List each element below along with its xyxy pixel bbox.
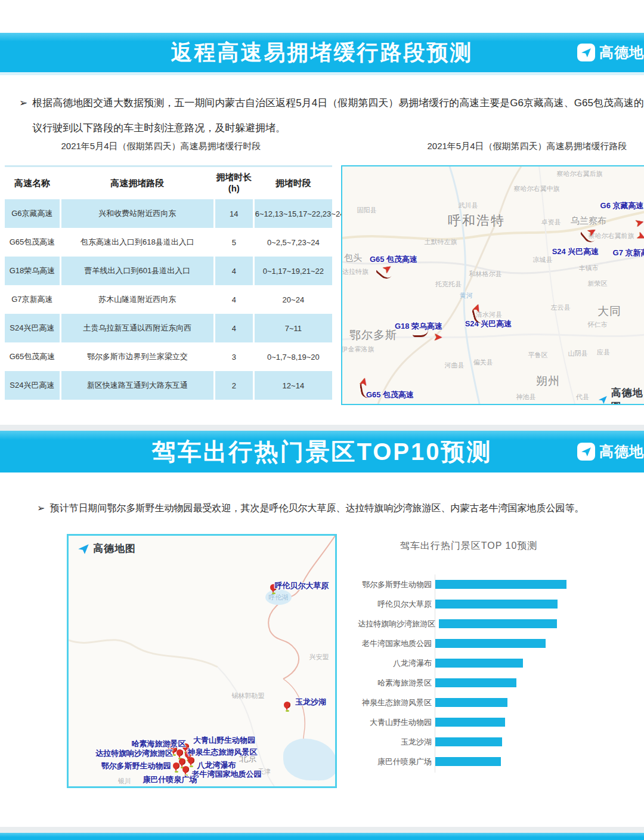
table-cell: 0~1,17~19,21~22 xyxy=(253,257,332,285)
table-cell: 7~11 xyxy=(253,314,332,342)
map-place-label: 乌兰察布 xyxy=(571,215,606,227)
chart-bar-track xyxy=(435,678,638,687)
map-place-label: 伊金霍洛旗 xyxy=(342,345,374,354)
map-place-label: 黄河 xyxy=(460,291,473,300)
highway-name-label: S24 兴巴高速 xyxy=(552,246,599,257)
chart-bar xyxy=(435,678,516,687)
chart-category-label: 大青山野生动物园 xyxy=(358,717,435,728)
top10-bar-chart: 驾车出行热门景区TOP 10预测 鄂尔多斯野生动物园呼伦贝尔大草原达拉特旗响沙湾… xyxy=(358,540,644,552)
map-place-label: 新荣区 xyxy=(588,279,608,288)
amap-logo: 高德地图 xyxy=(577,442,644,461)
map-place-label: 神池县 xyxy=(516,393,536,402)
scenic-spot-label: 大青山野生动物园 xyxy=(193,735,255,746)
chart-row: 神泉生态旅游风景区 xyxy=(358,693,638,712)
chart-bar-track xyxy=(435,580,638,589)
chart-bar xyxy=(435,659,523,668)
section2-divider-strip xyxy=(0,425,644,431)
scenic-spots-map: 高德地图 锡林郭勒盟兴安盟呼伦湖北京天津银川呼伦贝尔大草原玉龙沙湖大青山野生动物… xyxy=(67,534,337,788)
congestion-trail-line xyxy=(413,330,428,337)
table-cell: 2 xyxy=(214,371,253,400)
chart-category-label: 神泉生态旅游风景区 xyxy=(358,697,435,708)
table-row: G6京藏高速兴和收费站附近西向东146~12,13~15,17~22,23~24 xyxy=(5,199,332,228)
map-place-label: 呼伦湖 xyxy=(269,593,289,602)
table-row: G7京新高速苏木山隧道附近西向东420~24 xyxy=(5,285,332,314)
table-cell: 4 xyxy=(214,314,253,342)
highway-map-layers: 察哈尔右翼后旗察哈尔右翼中旗武川县固阳县呼和浩特卓资县乌兰察布察哈尔右翼前旗土默… xyxy=(342,166,644,404)
chart-bar xyxy=(435,757,501,766)
map-caption: 2021年5月4日（假期第四天）高速易拥堵缓行路段 xyxy=(402,141,644,152)
chart-category-label: 老牛湾国家地质公园 xyxy=(358,638,435,649)
table-cell: G65包茂高速 xyxy=(5,342,60,371)
table-cell: 苏木山隧道附近西向东 xyxy=(60,285,214,314)
map-place-label: 呼和浩特 xyxy=(448,212,505,230)
chart-row: 玉龙沙湖 xyxy=(358,732,638,752)
table-cell: 14 xyxy=(214,199,253,228)
chart-row: 大青山野生动物园 xyxy=(358,712,638,732)
chart-category-label: 达拉特旗响沙湾旅游区 xyxy=(358,619,439,629)
table-header-cell: 高速拥堵路段 xyxy=(60,167,214,199)
scenic-map-layers: 锡林郭勒盟兴安盟呼伦湖北京天津银川呼伦贝尔大草原玉龙沙湖大青山野生动物园哈素海旅… xyxy=(69,536,335,786)
scenic-spot-label: 老牛湾国家地质公园 xyxy=(192,769,262,780)
table-cell: 包东高速出入口到618县道出入口 xyxy=(60,228,214,257)
map-pin-icon xyxy=(173,762,179,769)
scenic-spot-label: 鄂尔多斯野生动物园 xyxy=(101,761,171,771)
map-place-label: 察哈尔右翼中旗 xyxy=(514,184,560,193)
chart-category-label: 哈素海旅游景区 xyxy=(358,678,435,688)
chart-bar-track xyxy=(435,600,638,609)
highway-name-label: G65 包茂高速 xyxy=(366,390,414,400)
chart-row: 哈素海旅游景区 xyxy=(358,673,638,693)
table-row: G65包茂高速鄂尔多斯市边界到兰家梁立交30~1,7~8,19~20 xyxy=(5,342,332,371)
table-cell: 12~14 xyxy=(253,371,332,400)
map-place-label: 察哈尔右翼后旗 xyxy=(557,169,603,178)
bullet-icon: ➢ xyxy=(19,91,27,140)
congestion-table-head: 高速名称高速拥堵路段拥堵时长 (h)拥堵时段 xyxy=(5,167,332,199)
section2-title: 驾车出行热门景区TOP10预测 xyxy=(152,436,493,468)
chart-bar-track xyxy=(435,639,638,648)
chart-bar xyxy=(435,698,507,707)
table-cell: S24兴巴高速 xyxy=(5,371,60,400)
map-place-label: 托克托县 xyxy=(435,280,462,289)
table-row: S24兴巴高速土贵乌拉新互通以西附近东向西47~11 xyxy=(5,314,332,342)
chart-bar-track xyxy=(439,619,638,628)
table-cell: G18荣乌高速 xyxy=(5,257,60,285)
bullet-icon: ➢ xyxy=(37,500,45,517)
paper-plane-icon xyxy=(597,393,608,405)
highway-name-label: G65 包茂高速 xyxy=(370,254,417,265)
chart-title: 驾车出行热门景区TOP 10预测 xyxy=(358,540,580,552)
table-cell: 曹羊线出入口到601县道出入口 xyxy=(60,257,214,285)
table-header-row: 高速名称高速拥堵路段拥堵时长 (h)拥堵时段 xyxy=(5,167,332,199)
highway-name-label: S24 兴巴高速 xyxy=(465,319,512,329)
map-pin-icon xyxy=(177,749,183,756)
amap-logo-text: 高德地图 xyxy=(599,43,644,62)
section1-title: 返程高速易拥堵缓行路段预测 xyxy=(171,38,473,67)
map-place-label: 丰镇市 xyxy=(579,264,599,273)
section3-header-band-peek xyxy=(0,833,644,840)
chart-row: 八龙湾瀑布 xyxy=(358,653,638,673)
chart-bar-track xyxy=(435,737,638,746)
map-place-label: 达拉特旗 xyxy=(342,267,369,276)
chart-bar-track xyxy=(435,718,638,727)
map-pin-icon xyxy=(179,758,185,765)
section1-header-band: 返程高速易拥堵缓行路段预测 高德地图 xyxy=(0,33,644,72)
table-cell: 新区快速路互通到大路东互通 xyxy=(60,371,214,400)
congestion-arrow-icon: ➤ xyxy=(434,332,443,343)
map-place-label: 和林格尔县 xyxy=(469,270,502,279)
map-place-label: 兴安盟 xyxy=(309,653,329,662)
congestion-arrow-icon: ➤ xyxy=(634,216,644,228)
map-place-label: 应县 xyxy=(597,348,610,357)
paper-plane-icon xyxy=(577,443,595,461)
chart-category-label: 鄂尔多斯野生动物园 xyxy=(358,579,435,590)
map-watermark: 高德地图 xyxy=(597,386,644,405)
chart-category-label: 呼伦贝尔大草原 xyxy=(358,599,435,610)
map-place-label: 山阴县 xyxy=(568,349,588,358)
congestion-table-body: G6京藏高速兴和收费站附近西向东146~12,13~15,17~22,23~24… xyxy=(5,199,332,400)
scenic-spot-label: 达拉特旗响沙湾旅游区 xyxy=(95,748,173,759)
chart-bar xyxy=(435,600,558,609)
section1-intro-text: 根据高德地图交通大数据预测，五一期间内蒙古自治区返程5月4日（假期第四天）易拥堵… xyxy=(32,91,644,140)
table-header-cell: 拥堵时段 xyxy=(253,167,332,199)
table-cell: 20~24 xyxy=(253,285,332,314)
highway-name-label: G6 京藏高速 xyxy=(600,200,644,211)
table-cell: 0~1,7~8,19~20 xyxy=(253,342,332,371)
chart-row: 鄂尔多斯野生动物园 xyxy=(358,575,638,594)
chart-bar xyxy=(435,580,566,589)
